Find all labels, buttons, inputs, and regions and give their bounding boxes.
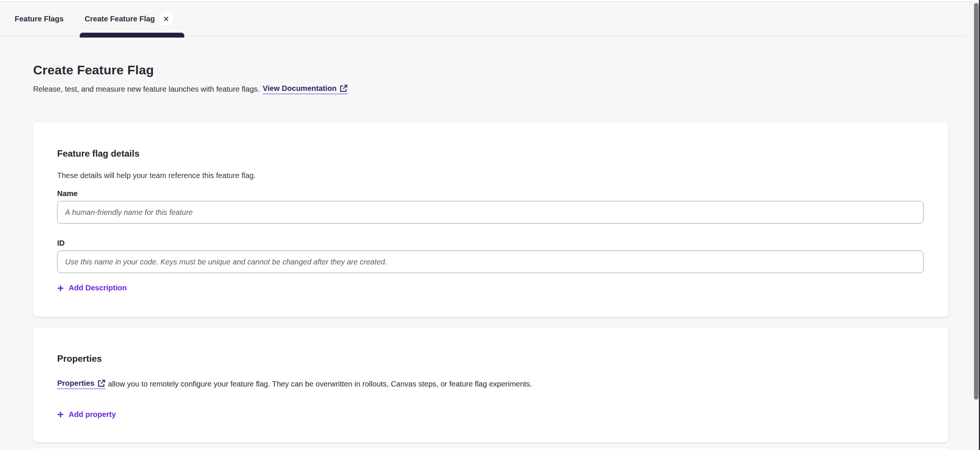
properties-card-heading: Properties bbox=[57, 353, 924, 364]
tab-feature-flags[interactable]: Feature Flags bbox=[10, 2, 68, 35]
tab-bar: Feature Flags Create Feature Flag ✕ bbox=[0, 2, 967, 36]
view-documentation-label: View Documentation bbox=[263, 84, 337, 93]
page-subtitle-text: Release, test, and measure new feature l… bbox=[33, 85, 260, 93]
page-title: Create Feature Flag bbox=[33, 63, 948, 78]
details-card-heading: Feature flag details bbox=[57, 148, 924, 159]
properties-doc-link[interactable]: Properties bbox=[57, 379, 106, 389]
details-card-description: These details will help your team refere… bbox=[57, 171, 924, 180]
add-description-button[interactable]: + Add Description bbox=[57, 284, 127, 292]
id-input[interactable] bbox=[57, 250, 924, 273]
add-description-label: Add Description bbox=[69, 284, 127, 292]
browser-chrome-edge bbox=[0, 0, 980, 2]
close-tab-button[interactable]: ✕ bbox=[159, 12, 173, 25]
properties-card-description: Properties allow you to remotely configu… bbox=[57, 379, 924, 389]
tab-create-feature-flag-label: Create Feature Flag bbox=[84, 15, 155, 23]
add-property-label: Add property bbox=[69, 410, 116, 419]
external-link-icon bbox=[97, 379, 106, 388]
main-content: Create Feature Flag Release, test, and m… bbox=[33, 36, 948, 442]
next-card-top-edge bbox=[33, 447, 948, 450]
name-input[interactable] bbox=[57, 201, 924, 223]
page-subtitle: Release, test, and measure new feature l… bbox=[33, 84, 948, 94]
external-link-icon bbox=[339, 84, 348, 93]
properties-card: Properties Properties allow you to remot… bbox=[33, 327, 948, 442]
properties-doc-link-label: Properties bbox=[57, 379, 94, 388]
view-documentation-link[interactable]: View Documentation bbox=[263, 84, 348, 94]
name-label: Name bbox=[57, 189, 924, 198]
id-label: ID bbox=[57, 239, 924, 247]
tab-feature-flags-label: Feature Flags bbox=[15, 15, 64, 23]
plus-icon: + bbox=[57, 284, 64, 292]
vertical-scrollbar-thumb[interactable] bbox=[974, 3, 978, 400]
properties-description-text: allow you to remotely configure your fea… bbox=[108, 380, 532, 388]
close-icon: ✕ bbox=[163, 15, 169, 23]
add-property-button[interactable]: + Add property bbox=[57, 410, 116, 419]
tab-create-feature-flag[interactable]: Create Feature Flag ✕ bbox=[80, 2, 184, 35]
plus-icon: + bbox=[57, 410, 64, 418]
feature-flag-details-card: Feature flag details These details will … bbox=[33, 122, 948, 317]
